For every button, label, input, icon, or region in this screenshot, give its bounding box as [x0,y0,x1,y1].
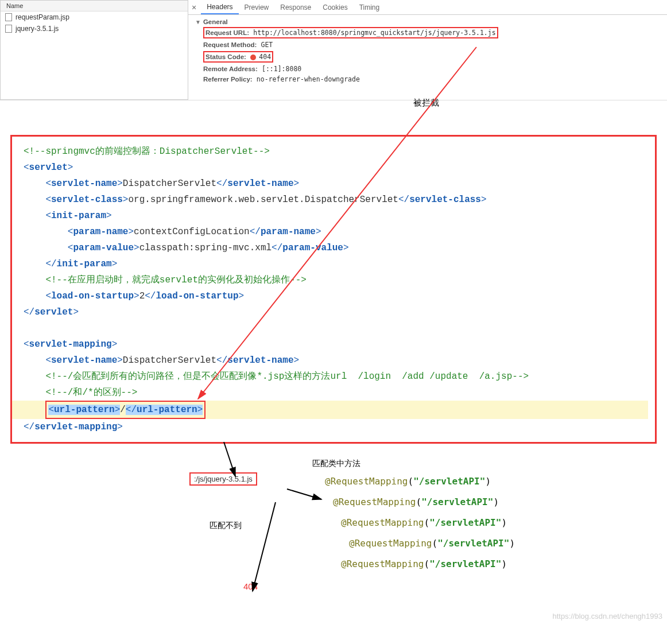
code-line: <param-name>contextConfigLocation</param… [12,224,648,240]
annotation-no-match: 匹配不到 [210,521,242,531]
file-icon [5,25,12,33]
tab-response[interactable]: Response [274,1,317,14]
bottom-section: :/js/jquery-3.5.1.js 匹配类中方法 匹配不到 @Reques… [0,455,667,622]
referrer-policy-value: no-referrer-when-downgrade [257,75,360,83]
request-method-value: GET [261,41,273,49]
code-panel: <!--springmvc的前端控制器：DispatcherServlet-->… [10,135,657,444]
general-label: General [203,18,228,25]
request-url-label: Request URL: [205,29,249,36]
request-method-label: Request Method: [203,41,257,48]
status-code-highlight: Status Code: 404 [203,51,273,63]
request-mapping-5: @RequestMapping("/servletAPI") [341,558,507,569]
code-line: </servlet> [12,304,648,320]
code-line: <load-on-startup>2</load-on-startup> [12,288,648,304]
code-line: <servlet-name>DispatcherServlet</servlet… [12,176,648,192]
code-line: </servlet-mapping> [12,419,648,435]
code-line: <init-param> [12,208,648,224]
file-panel-header[interactable]: Name [1,1,188,11]
tab-preview[interactable]: Preview [239,1,275,14]
file-item[interactable]: jquery-3.5.1.js [1,23,188,34]
file-item[interactable]: requestParam.jsp [1,11,188,23]
devtools-panel: × Headers Preview Response Cookies Timin… [188,0,667,100]
referrer-policy-row: Referrer Policy: no-referrer-when-downgr… [195,74,660,84]
code-line: <!--springmvc的前端控制器：DispatcherServlet--> [12,143,648,160]
close-icon[interactable]: × [192,3,196,12]
general-section-header[interactable]: ▼ General [195,18,660,25]
url-snippet-box: :/js/jquery-3.5.1.js [189,472,257,486]
request-url-row: Request URL: http://localhost:8080/sprin… [195,26,660,40]
referrer-policy-label: Referrer Policy: [203,76,253,83]
code-line: <!--/和/*的区别--> [12,385,648,401]
code-line: </init-param> [12,256,648,272]
status-code-value: 404 [259,53,271,61]
request-method-row: Request Method: GET [195,40,660,50]
annotation-404: 404 [243,581,258,591]
code-line-highlighted: <url-pattern>/</url-pattern> [12,401,648,419]
tab-headers[interactable]: Headers [201,1,238,14]
code-line: <!--/会匹配到所有的访问路径，但是不会匹配到像*.jsp这样的方法url /… [12,368,648,385]
code-line: <servlet> [12,160,648,176]
code-line: <!--在应用启动时，就完成servlet的实例化及初始化操作--> [12,272,648,288]
file-name: jquery-3.5.1.js [15,25,59,33]
request-mapping-3: @RequestMapping("/servletAPI") [341,517,507,528]
code-line [12,320,648,336]
request-url-highlight: Request URL: http://localhost:8080/sprin… [203,27,498,38]
file-panel: Name requestParam.jsp jquery-3.5.1.js [0,0,188,100]
watermark: https://blog.csdn.net/chengh1993 [552,612,662,620]
tab-cookies[interactable]: Cookies [317,1,353,14]
code-line: <servlet-class>org.springframework.web.s… [12,192,648,208]
remote-address-row: Remote Address: [::1]:8080 [195,64,660,74]
annotation-match-method: 匹配类中方法 [312,459,360,469]
file-icon [5,13,12,21]
request-url-value: http://localhost:8080/springmvc_quicksta… [253,29,495,37]
status-code-row: Status Code: 404 [195,50,660,64]
remote-address-label: Remote Address: [203,65,258,72]
code-line: <param-value>classpath:spring-mvc.xml</p… [12,240,648,256]
code-line: <servlet-name>DispatcherServlet</servlet… [12,352,648,368]
triangle-down-icon: ▼ [195,19,201,25]
status-dot-icon [250,55,256,60]
request-mapping-2: @RequestMapping("/servletAPI") [333,496,499,507]
tab-timing[interactable]: Timing [354,1,386,14]
file-name: requestParam.jsp [15,13,69,21]
code-line: <servlet-mapping> [12,336,648,352]
top-section: Name requestParam.jsp jquery-3.5.1.js × … [0,0,667,100]
url-pattern-highlight: <url-pattern>/</url-pattern> [45,401,205,419]
remote-address-value: [::1]:8080 [262,65,301,73]
request-mapping-1: @RequestMapping("/servletAPI") [325,476,491,487]
devtools-tabs: × Headers Preview Response Cookies Timin… [188,0,667,15]
devtools-body: ▼ General Request URL: http://localhost:… [188,15,667,88]
request-mapping-4: @RequestMapping("/servletAPI") [349,538,515,549]
annotation-blocked: 被拦截 [413,98,439,108]
status-code-label: Status Code: [205,53,246,60]
